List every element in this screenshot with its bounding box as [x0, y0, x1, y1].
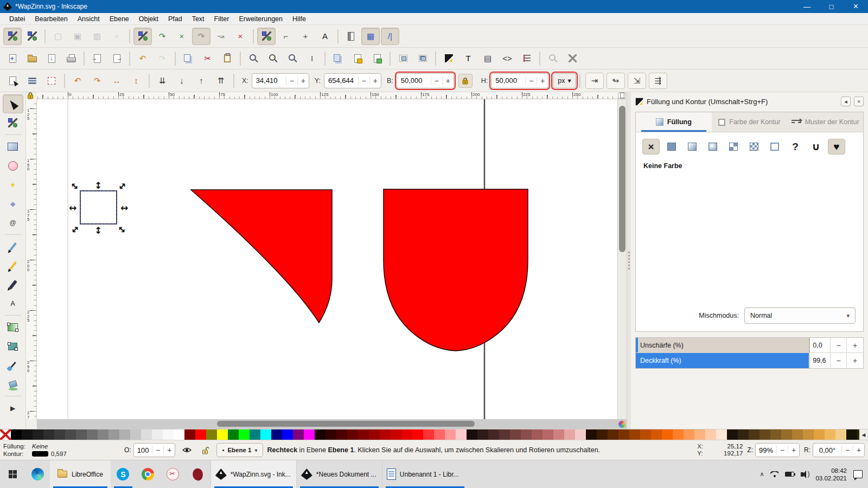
lower-button[interactable]: ↓ [173, 73, 191, 89]
document-properties-button[interactable] [544, 50, 562, 67]
unit-dropdown[interactable]: px ▾ [553, 73, 576, 88]
snap-cusp-nodes-button[interactable]: ↷ [192, 28, 210, 45]
unlink-clone-button[interactable] [368, 50, 386, 67]
tab-fuellung[interactable]: Füllung [636, 112, 712, 132]
palette-swatch[interactable] [510, 429, 521, 440]
snap-others-button[interactable] [257, 28, 276, 45]
palette-swatch[interactable] [575, 429, 586, 440]
opacity-value[interactable]: 99,6 [810, 353, 831, 368]
palette-swatch[interactable] [835, 429, 846, 440]
palette-swatch[interactable] [618, 429, 629, 440]
taskbar-libreoffice-group[interactable]: LibreOffice [50, 460, 111, 488]
snap-bbox-edge-midpoints-button[interactable]: ▥ [88, 28, 106, 45]
zoom-drawing-button[interactable] [264, 50, 282, 67]
undo-button[interactable]: ↶ [133, 50, 152, 67]
y-decrease-button[interactable]: − [358, 76, 369, 85]
layers-dialog-button[interactable]: ▤ [478, 50, 497, 67]
shape-shield[interactable] [384, 189, 528, 351]
opacity-decrease-button[interactable]: − [152, 446, 163, 454]
calligraphy-tool[interactable] [3, 275, 23, 294]
snap-path-intersections-button[interactable]: × [173, 28, 191, 45]
taskbar-app-icon-2[interactable] [186, 460, 210, 488]
palette-swatch[interactable] [477, 429, 488, 440]
opacity-slider[interactable]: Deckkraft (%) [636, 353, 810, 368]
battery-icon[interactable] [785, 472, 794, 477]
menu-item[interactable]: Datei [4, 15, 30, 23]
print-document-button[interactable] [62, 50, 80, 67]
palette-swatch[interactable] [673, 429, 684, 440]
align-dialog-button[interactable] [518, 50, 536, 67]
selection-handle-left[interactable]: ↔ [69, 202, 76, 213]
selection-handle-bottom-left[interactable]: ↔ [68, 223, 81, 236]
group-button[interactable] [394, 50, 412, 67]
minimize-button[interactable]: — [795, 0, 819, 13]
create-clone-button[interactable] [348, 50, 367, 67]
network-icon[interactable] [770, 471, 778, 477]
notification-center-icon[interactable] [853, 470, 863, 478]
select-all-button[interactable] [3, 73, 22, 89]
menu-item[interactable]: Bearbeiten [30, 15, 72, 23]
taskbar-edge-icon[interactable] [25, 460, 50, 488]
width-increase-button[interactable]: + [442, 76, 454, 85]
rotation-value[interactable]: 0,00° [813, 446, 841, 454]
snap-bbox-centers-button[interactable]: ▫ [107, 28, 126, 45]
flip-horizontal-button[interactable]: ↔ [107, 73, 126, 89]
tray-expand-chevron[interactable]: ∧ [760, 471, 764, 478]
palette-swatch[interactable] [662, 429, 673, 440]
panel-close-button[interactable]: × [854, 97, 864, 106]
zoom-decrease-button[interactable]: − [776, 446, 788, 454]
menu-item[interactable]: Filter [209, 15, 234, 23]
cut-button[interactable]: ✂ [199, 50, 217, 67]
menu-item[interactable]: Ebene [105, 15, 134, 23]
palette-swatch[interactable] [445, 429, 456, 440]
copy-button[interactable] [179, 50, 197, 67]
task-wapzinn-inkscape[interactable]: *WapZinn.svg - Ink... [210, 460, 296, 488]
snap-nodes-button[interactable] [133, 28, 152, 45]
palette-swatch[interactable] [22, 429, 33, 440]
y-increase-button[interactable]: + [369, 76, 381, 85]
lower-to-bottom-button[interactable]: ⇊ [153, 73, 171, 89]
palette-swatch[interactable] [163, 429, 174, 440]
palette-swatch[interactable] [749, 429, 760, 440]
lock-guides-toggle[interactable] [27, 92, 34, 101]
palette-swatch[interactable] [65, 429, 76, 440]
zoom-page-button[interactable] [283, 50, 302, 67]
rotate-cw-button[interactable]: ↷ [88, 73, 106, 89]
palette-swatch[interactable] [814, 429, 825, 440]
palette-swatch[interactable] [532, 429, 542, 440]
taskbar-skype-icon[interactable]: S [111, 460, 136, 488]
palette-swatch[interactable] [282, 429, 293, 440]
menu-item[interactable]: Pfad [163, 15, 187, 23]
bezier-tool[interactable] [3, 256, 23, 275]
palette-swatch[interactable] [846, 429, 857, 440]
blur-increase-button[interactable]: + [847, 338, 863, 352]
opacity-increase-button[interactable]: + [163, 446, 175, 454]
horizontal-ruler[interactable]: 025507510012515017520022525027 [37, 92, 627, 99]
x-value[interactable]: 34,410 [252, 76, 286, 85]
selection-handle-top-right[interactable]: ↔ [116, 179, 129, 192]
width-decrease-button[interactable]: − [431, 76, 442, 85]
opacity-increase-button[interactable]: + [847, 353, 863, 368]
panel-collapse-button[interactable]: ◂ [841, 97, 851, 106]
palette-swatch[interactable] [553, 429, 564, 440]
layer-visibility-toggle[interactable] [180, 443, 194, 457]
box3d-tool[interactable]: ◆ [3, 194, 23, 213]
taskbar-chrome-icon[interactable] [136, 460, 161, 488]
palette-swatch[interactable] [488, 429, 499, 440]
mesh-gradient-tool[interactable] [3, 337, 23, 356]
paint-bucket-tool[interactable] [3, 375, 23, 394]
snap-bounding-box-button[interactable] [23, 28, 41, 45]
palette-swatch[interactable] [271, 429, 282, 440]
palette-swatch[interactable] [54, 429, 65, 440]
palette-swatch[interactable] [141, 429, 152, 440]
palette-swatch[interactable] [456, 429, 467, 440]
horizontal-scrollbar-thumb[interactable] [217, 421, 475, 427]
vertical-scrollbar[interactable] [617, 99, 627, 419]
fill-stroke-dialog-button[interactable] [439, 50, 458, 67]
palette-swatch[interactable] [781, 429, 792, 440]
tab-farbe-der-kontur[interactable]: Farbe der Kontur [712, 112, 788, 132]
start-button[interactable] [0, 460, 25, 488]
palette-swatch[interactable] [87, 429, 98, 440]
palette-swatch[interactable] [597, 429, 608, 440]
selection-handle-right[interactable]: ↔ [120, 202, 128, 213]
